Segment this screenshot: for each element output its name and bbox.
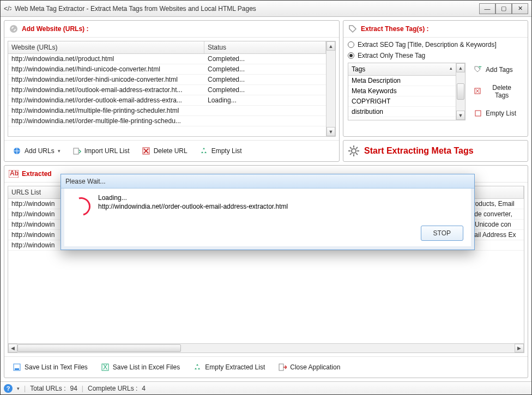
delete-icon bbox=[142, 147, 150, 155]
svg-line-17 bbox=[350, 147, 352, 149]
add-urls-button[interactable]: Add URLs ▾ bbox=[8, 144, 65, 158]
statusbar: ? ▾ | Total URLs : 94 | Complete URLs : … bbox=[1, 381, 531, 394]
delete-tag-icon bbox=[474, 87, 482, 96]
extract-tags-panel: Extract These Tag(s) : Extract SEO Tag [… bbox=[343, 20, 528, 137]
total-urls-value: 94 bbox=[70, 385, 77, 392]
add-tags-button[interactable]: + Add Tags bbox=[469, 63, 523, 77]
help-icon[interactable]: ? bbox=[4, 384, 13, 393]
svg-point-12 bbox=[352, 149, 356, 153]
globe-icon bbox=[13, 147, 21, 155]
svg-point-1 bbox=[10, 25, 17, 33]
chevron-up-icon[interactable]: ▴ bbox=[450, 65, 452, 73]
extracted-title: Extracted bbox=[22, 170, 52, 178]
list-item[interactable]: Meta Description bbox=[348, 76, 456, 86]
list-item[interactable]: distribution bbox=[348, 107, 456, 117]
svg-rect-11 bbox=[475, 111, 481, 116]
list-item[interactable]: Meta Keywords bbox=[348, 86, 456, 96]
delete-tags-button[interactable]: Delete Tags bbox=[469, 81, 523, 102]
extracted-hscrollbar[interactable]: ◀ ▶ bbox=[8, 343, 524, 353]
app-window: </> Web Meta Tag Extractor - Extract Met… bbox=[0, 0, 532, 395]
import-url-list-button[interactable]: Import URL List bbox=[68, 144, 135, 158]
empty-list-button[interactable]: Empty List bbox=[195, 144, 247, 158]
delete-url-button[interactable]: Delete URL bbox=[137, 144, 192, 158]
link-icon bbox=[9, 24, 19, 34]
table-row[interactable]: http://windowindia.net//order-outlook-em… bbox=[8, 95, 326, 106]
add-urls-panel: Add Website (URLs) : Website (URLs) Stat… bbox=[4, 20, 340, 162]
empty-tags-button[interactable]: Empty List bbox=[469, 106, 523, 120]
total-urls-label: Total URLs : bbox=[30, 385, 65, 392]
import-icon bbox=[72, 147, 81, 155]
svg-line-19 bbox=[356, 147, 358, 149]
tags-scrollbar[interactable]: ▲ ▼ bbox=[456, 63, 465, 120]
scroll-thumb[interactable] bbox=[17, 344, 181, 352]
save-text-icon bbox=[13, 363, 21, 372]
maximize-button[interactable]: ▢ bbox=[495, 3, 512, 14]
add-tag-icon: + bbox=[474, 65, 482, 74]
save-excel-button[interactable]: X Save List in Excel Files bbox=[96, 360, 185, 374]
close-app-button[interactable]: Close Application bbox=[273, 360, 345, 374]
stop-button[interactable]: STOP bbox=[421, 226, 463, 241]
svg-text:Abc: Abc bbox=[10, 170, 19, 177]
svg-rect-24 bbox=[15, 368, 19, 370]
radio-only-these[interactable]: Extract Only These Tag bbox=[348, 52, 523, 59]
scroll-up-icon[interactable]: ▲ bbox=[456, 63, 465, 72]
svg-text:X: X bbox=[103, 363, 107, 371]
loading-label: Loading... bbox=[98, 194, 288, 202]
empty-extracted-button[interactable]: Empty Extracted List bbox=[188, 360, 270, 374]
app-icon: </> bbox=[4, 5, 11, 13]
tags-header[interactable]: Tags bbox=[352, 65, 365, 73]
radio-icon bbox=[348, 41, 354, 48]
dialog-title: Please Wait... bbox=[61, 174, 474, 189]
col-urls-list[interactable]: URLS List bbox=[8, 186, 63, 198]
urls-scrollbar[interactable]: ▲ ▼ bbox=[326, 41, 335, 136]
urls-table[interactable]: Website (URLs) Status http://windowindia… bbox=[8, 41, 326, 136]
minimize-button[interactable]: — bbox=[479, 3, 495, 14]
add-urls-title: Add Website (URLs) : bbox=[22, 25, 88, 33]
loading-url: http://windowindia.net//order-outlook-em… bbox=[98, 203, 288, 210]
svg-line-20 bbox=[350, 153, 352, 155]
scroll-right-icon[interactable]: ▶ bbox=[515, 344, 524, 353]
chevron-down-icon: ▾ bbox=[58, 148, 61, 154]
complete-urls-label: Complete URLs : bbox=[88, 385, 137, 392]
table-row[interactable]: http://windowindia.net//outlook-email-ad… bbox=[8, 85, 326, 95]
save-text-button[interactable]: Save List in Text Files bbox=[8, 360, 93, 374]
tags-icon bbox=[348, 24, 358, 34]
svg-text:</>: </> bbox=[4, 5, 11, 13]
list-item[interactable]: COPYRIGHT bbox=[348, 96, 456, 107]
start-extract-button[interactable]: Start Extracting Meta Tags bbox=[343, 140, 528, 162]
col-status[interactable]: Status bbox=[204, 41, 326, 53]
recycle-icon bbox=[193, 363, 202, 372]
spinner-icon bbox=[69, 194, 94, 219]
svg-line-18 bbox=[356, 153, 358, 155]
extract-tags-title: Extract These Tag(s) : bbox=[361, 25, 428, 33]
save-excel-icon: X bbox=[101, 363, 110, 372]
table-row[interactable]: http://windowindia.net//hindi-unicode-co… bbox=[8, 64, 326, 75]
scroll-up-icon[interactable]: ▲ bbox=[327, 41, 335, 51]
please-wait-dialog: Please Wait... Loading... http://windowi… bbox=[61, 174, 475, 250]
recycle-icon bbox=[200, 147, 208, 155]
scroll-left-icon[interactable]: ◀ bbox=[8, 344, 17, 353]
svg-rect-3 bbox=[74, 148, 78, 154]
titlebar: </> Web Meta Tag Extractor - Extract Met… bbox=[1, 1, 531, 17]
scroll-down-icon[interactable]: ▼ bbox=[456, 111, 465, 120]
table-row[interactable]: http://windowindia.net//order-hindi-unic… bbox=[8, 75, 326, 85]
table-row[interactable]: http://windowindia.net//product.htmlComp… bbox=[8, 54, 326, 64]
radio-icon bbox=[348, 52, 354, 59]
table-row[interactable]: http://windowindia.net//multiple-file-pr… bbox=[8, 106, 326, 116]
col-url[interactable]: Website (URLs) bbox=[8, 41, 204, 53]
table-row[interactable]: http://windowindia.net//order-multiple-f… bbox=[8, 116, 326, 126]
svg-rect-27 bbox=[279, 364, 283, 370]
exit-icon bbox=[278, 363, 287, 372]
empty-icon bbox=[474, 109, 482, 118]
gear-icon bbox=[348, 145, 360, 157]
radio-seo-tag[interactable]: Extract SEO Tag [Title, Description & Ke… bbox=[348, 41, 523, 48]
close-button[interactable]: ✕ bbox=[512, 3, 528, 14]
window-title: Web Meta Tag Extractor - Extract Meta Ta… bbox=[15, 5, 256, 13]
tags-list[interactable]: Tags ▴ Meta DescriptionMeta KeywordsCOPY… bbox=[348, 63, 456, 120]
abc-icon: Abc bbox=[9, 169, 19, 179]
chevron-down-icon[interactable]: ▾ bbox=[17, 386, 20, 391]
scroll-down-icon[interactable]: ▼ bbox=[327, 127, 335, 136]
svg-text:+: + bbox=[478, 66, 482, 71]
complete-urls-value: 4 bbox=[142, 385, 146, 392]
